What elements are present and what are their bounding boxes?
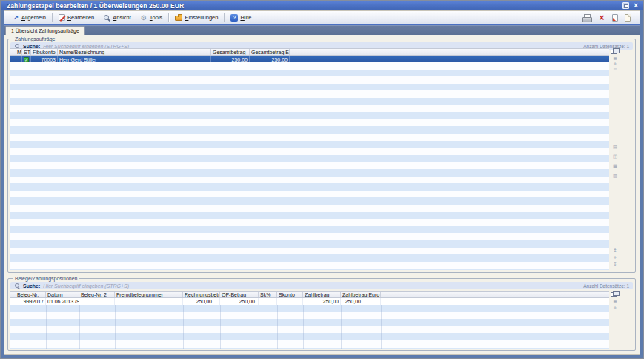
menu-hilfe[interactable]: Hilfe (226, 12, 256, 23)
tools-gear-icon (140, 14, 147, 22)
menu-einstellungen[interactable]: Einstellungen (170, 12, 222, 23)
window-title: Zahlungsstapel bearbeiten / 1 Überweisun… (7, 2, 184, 10)
cell-filler (381, 298, 609, 306)
goto-last-icon[interactable]: ↧ (611, 262, 620, 267)
menu-separator (52, 13, 53, 22)
view-sum-icon[interactable]: ▥ (611, 174, 620, 179)
cell-rechnungsbetrag: 250,00 (183, 298, 220, 306)
menu-separator (224, 13, 225, 22)
delete-icon[interactable] (598, 14, 605, 22)
col-header-zahlbetrag[interactable]: Zahlbetrag (303, 292, 341, 297)
col-header-gesamtbetrag[interactable]: Gesamtbetrag (211, 49, 250, 55)
green-ok-icon (24, 57, 29, 62)
payments-table: M ST Fibukonto Name/Bezeichnung Gesamtbe… (10, 48, 609, 270)
empty-rows-area (10, 305, 609, 349)
titlebar: Zahlungsstapel bearbeiten / 1 Überweisun… (1, 1, 643, 10)
column-gridline (303, 305, 304, 349)
verify-document-icon[interactable] (612, 14, 618, 22)
cell-skonto (277, 298, 303, 306)
view-magnifier-icon (103, 14, 110, 22)
col-header-fremdbelegnummer[interactable]: Fremdbelegnummer (115, 292, 183, 297)
menu-allgemein[interactable]: Allgemein (7, 12, 50, 23)
add-icon[interactable]: + (611, 255, 620, 260)
cell-gesamtbetrag-euro: 250,00 (250, 56, 290, 63)
print-icon[interactable] (582, 15, 591, 22)
restore-window-icon[interactable] (622, 2, 629, 9)
col-header-datum[interactable]: Datum (46, 292, 79, 297)
col-header-filler (381, 292, 609, 297)
cell-fremdbelegnummer (115, 298, 183, 306)
column-gridline (341, 305, 342, 349)
cell-sk-prozent (259, 298, 277, 306)
main-content: Zahlungsaufträge Suche: Anzahl Datensätz… (4, 35, 640, 354)
search-icon (14, 283, 20, 289)
column-chooser-icon[interactable] (611, 50, 617, 54)
column-gridline (259, 305, 259, 349)
menubar: Allgemein Bearbeiten Ansicht Tools Einst… (4, 11, 640, 24)
empty-rows-area (10, 62, 609, 270)
goto-first-icon[interactable]: ↥ (611, 248, 620, 254)
cell-zahlbetrag-euro: 250,00 (341, 298, 381, 306)
menu-bearbeiten[interactable]: Bearbeiten (54, 12, 99, 23)
col-header-op-betrag[interactable]: OP-Betrag (220, 292, 259, 297)
col-header-beleg-nr[interactable]: Beleg-Nr. (10, 292, 46, 297)
col-header-st[interactable]: ST (22, 49, 31, 55)
group-title: Zahlungsaufträge (13, 36, 57, 42)
cell-status (22, 56, 31, 63)
column-chooser-icon[interactable] (611, 292, 617, 297)
settings-toolbox-icon (175, 16, 182, 21)
app-window: Zahlungsstapel bearbeiten / 1 Überweisun… (0, 0, 644, 359)
view-detail-icon[interactable]: ◫ (611, 154, 620, 159)
payment-row-selected[interactable]: 70003 Herr Gerd Stiller 250,00 250,00 (10, 56, 609, 63)
scroll-top-icon[interactable]: ≣ (611, 300, 620, 305)
help-icon (230, 14, 238, 22)
cell-beleg-nr: 9992017 (10, 298, 46, 306)
menu-ansicht[interactable]: Ansicht (99, 12, 136, 23)
col-header-sk-prozent[interactable]: Sk% (259, 292, 277, 297)
column-gridline (381, 305, 382, 349)
col-header-skonto[interactable]: Skonto (277, 292, 303, 297)
payments-table-header: M ST Fibukonto Name/Bezeichnung Gesamtbe… (10, 48, 609, 56)
menu-tools[interactable]: Tools (136, 12, 167, 23)
column-gridline (220, 305, 221, 349)
cell-beleg-nr-2 (79, 298, 115, 306)
column-gridline (79, 305, 80, 349)
documents-table-header: Beleg-Nr. Datum Beleg-Nr. 2 Fremdbelegnu… (10, 291, 609, 298)
remove-row-icon[interactable]: − (611, 67, 620, 72)
group-title: Belege/Zahlungspositionen (13, 275, 79, 282)
group-belege-zahlungspositionen: Belege/Zahlungspositionen Suche: Anzahl … (7, 278, 636, 351)
document-row[interactable]: 9992017 01.06.2013 /Sa 250,00 250,00 250… (10, 298, 609, 306)
cell-zahlbetrag: 250,00 (303, 298, 341, 306)
view-card-icon[interactable]: ▤ (611, 145, 620, 150)
col-header-fibukonto[interactable]: Fibukonto (31, 49, 58, 55)
view-grid-icon[interactable]: ▦ (611, 164, 620, 169)
cell-datum: 01.06.2013 /Sa (46, 298, 79, 306)
tab-uebersicht-zahlungsauftraege[interactable]: 1 Übersicht Zahlungsaufträge (5, 26, 85, 35)
toolbar-right (582, 14, 631, 22)
col-header-beleg-nr-2[interactable]: Beleg-Nr. 2 (79, 292, 115, 297)
cell-op-betrag: 250,00 (220, 298, 259, 306)
col-header-zahlbetrag-euro[interactable]: Zahlbetrag Euro (341, 292, 381, 297)
window-frame: Allgemein Bearbeiten Ansicht Tools Einst… (4, 10, 640, 355)
tabstrip: 1 Übersicht Zahlungsaufträge (4, 25, 640, 35)
cell-marker (10, 56, 22, 63)
add-row-icon[interactable]: + (611, 306, 620, 311)
cell-fibukonto: 70003 (31, 56, 58, 63)
cell-filler (290, 56, 609, 63)
col-header-filler (290, 49, 609, 55)
cell-gesamtbetrag: 250,00 (211, 56, 250, 63)
col-header-name[interactable]: Name/Bezeichnung (58, 49, 211, 55)
col-header-gesamtbetrag-euro[interactable]: Gesamtbetrag Euro (250, 49, 290, 55)
search-input-lower[interactable] (43, 283, 580, 289)
column-gridline (115, 305, 116, 349)
new-document-icon[interactable] (625, 14, 631, 22)
col-header-m[interactable]: M (10, 49, 22, 55)
col-header-rechnungsbetrag[interactable]: Rechnungsbetrag (183, 292, 220, 297)
menu-separator (168, 13, 169, 22)
record-count-lower: Anzahl Datensätze: 1 (583, 283, 629, 289)
close-window-icon[interactable]: × (632, 2, 640, 9)
cell-name: Herr Gerd Stiller (58, 56, 211, 63)
column-gridline (277, 305, 278, 349)
edit-icon (59, 14, 65, 21)
column-gridline (46, 305, 47, 349)
